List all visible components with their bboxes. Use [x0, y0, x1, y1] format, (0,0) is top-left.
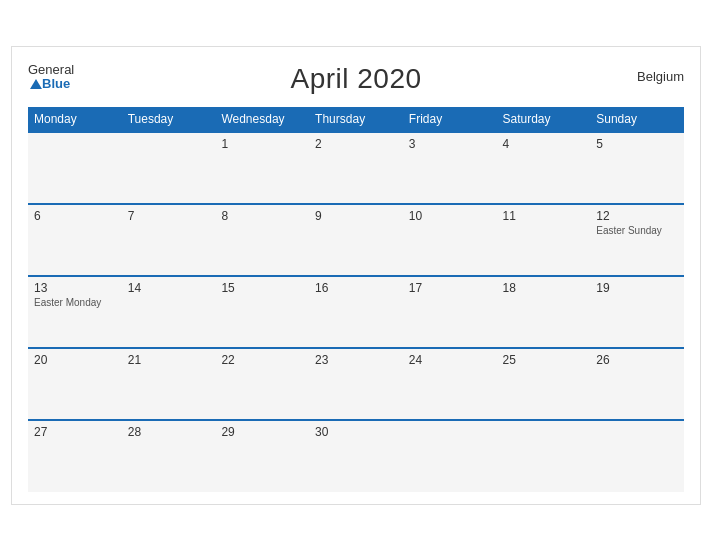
calendar-grid: Monday Tuesday Wednesday Thursday Friday… — [28, 107, 684, 492]
calendar-day-cell: 17 — [403, 276, 497, 348]
day-number: 16 — [315, 281, 397, 295]
day-number: 7 — [128, 209, 210, 223]
calendar-week-row: 6789101112Easter Sunday — [28, 204, 684, 276]
day-number: 28 — [128, 425, 210, 439]
calendar-day-cell: 13Easter Monday — [28, 276, 122, 348]
calendar-day-cell: 27 — [28, 420, 122, 492]
day-number: 11 — [503, 209, 585, 223]
calendar-day-cell: 24 — [403, 348, 497, 420]
day-number: 12 — [596, 209, 678, 223]
day-event: Easter Monday — [34, 297, 116, 308]
calendar-day-cell: 2 — [309, 132, 403, 204]
calendar-day-cell: 14 — [122, 276, 216, 348]
calendar-week-row: 13Easter Monday141516171819 — [28, 276, 684, 348]
day-number: 23 — [315, 353, 397, 367]
calendar-day-cell: 6 — [28, 204, 122, 276]
calendar-day-cell: 8 — [215, 204, 309, 276]
calendar-day-cell: 1 — [215, 132, 309, 204]
day-number: 30 — [315, 425, 397, 439]
calendar-day-cell: 9 — [309, 204, 403, 276]
day-number: 14 — [128, 281, 210, 295]
col-wednesday: Wednesday — [215, 107, 309, 132]
calendar-day-cell: 29 — [215, 420, 309, 492]
calendar-day-cell: 11 — [497, 204, 591, 276]
day-number: 19 — [596, 281, 678, 295]
logo-blue-text: Blue — [42, 77, 70, 91]
day-number: 3 — [409, 137, 491, 151]
col-friday: Friday — [403, 107, 497, 132]
day-number: 2 — [315, 137, 397, 151]
calendar-day-cell: 22 — [215, 348, 309, 420]
day-number: 24 — [409, 353, 491, 367]
calendar-container: General Blue April 2020 Belgium Monday T… — [11, 46, 701, 505]
col-sunday: Sunday — [590, 107, 684, 132]
day-number: 21 — [128, 353, 210, 367]
calendar-day-cell — [497, 420, 591, 492]
logo-general-text: General — [28, 63, 74, 77]
calendar-day-cell: 25 — [497, 348, 591, 420]
calendar-day-cell: 15 — [215, 276, 309, 348]
day-number: 6 — [34, 209, 116, 223]
calendar-day-cell: 28 — [122, 420, 216, 492]
calendar-day-cell: 23 — [309, 348, 403, 420]
day-number: 4 — [503, 137, 585, 151]
calendar-day-cell: 30 — [309, 420, 403, 492]
calendar-day-cell — [403, 420, 497, 492]
weekday-header-row: Monday Tuesday Wednesday Thursday Friday… — [28, 107, 684, 132]
calendar-day-cell — [590, 420, 684, 492]
day-number: 1 — [221, 137, 303, 151]
day-number: 8 — [221, 209, 303, 223]
day-number: 22 — [221, 353, 303, 367]
day-number: 9 — [315, 209, 397, 223]
col-monday: Monday — [28, 107, 122, 132]
calendar-day-cell: 26 — [590, 348, 684, 420]
day-number: 5 — [596, 137, 678, 151]
day-number: 10 — [409, 209, 491, 223]
calendar-day-cell — [122, 132, 216, 204]
calendar-header: General Blue April 2020 Belgium — [28, 63, 684, 95]
day-number: 17 — [409, 281, 491, 295]
day-number: 15 — [221, 281, 303, 295]
day-number: 29 — [221, 425, 303, 439]
calendar-title: April 2020 — [290, 63, 421, 95]
calendar-day-cell: 10 — [403, 204, 497, 276]
calendar-day-cell: 3 — [403, 132, 497, 204]
calendar-day-cell: 18 — [497, 276, 591, 348]
calendar-week-row: 12345 — [28, 132, 684, 204]
day-number: 18 — [503, 281, 585, 295]
calendar-week-row: 27282930 — [28, 420, 684, 492]
country-label: Belgium — [637, 69, 684, 84]
day-number: 20 — [34, 353, 116, 367]
calendar-day-cell: 19 — [590, 276, 684, 348]
calendar-day-cell: 7 — [122, 204, 216, 276]
calendar-week-row: 20212223242526 — [28, 348, 684, 420]
col-saturday: Saturday — [497, 107, 591, 132]
calendar-day-cell: 12Easter Sunday — [590, 204, 684, 276]
day-number: 13 — [34, 281, 116, 295]
day-number: 27 — [34, 425, 116, 439]
col-tuesday: Tuesday — [122, 107, 216, 132]
logo: General Blue — [28, 63, 74, 92]
calendar-day-cell — [28, 132, 122, 204]
logo-triangle-icon — [30, 79, 42, 89]
calendar-day-cell: 21 — [122, 348, 216, 420]
calendar-day-cell: 4 — [497, 132, 591, 204]
calendar-day-cell: 5 — [590, 132, 684, 204]
calendar-day-cell: 20 — [28, 348, 122, 420]
col-thursday: Thursday — [309, 107, 403, 132]
calendar-day-cell: 16 — [309, 276, 403, 348]
day-event: Easter Sunday — [596, 225, 678, 236]
day-number: 25 — [503, 353, 585, 367]
day-number: 26 — [596, 353, 678, 367]
